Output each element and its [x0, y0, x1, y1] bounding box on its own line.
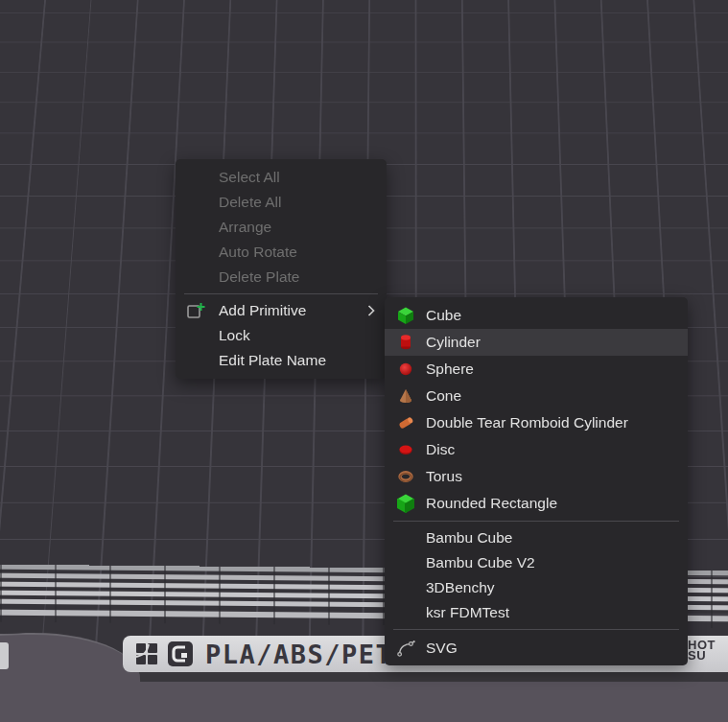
submenu-item-label: 3DBenchy [426, 579, 495, 596]
plate-badge-icon [167, 640, 194, 667]
svg-bezier-icon [396, 639, 415, 658]
add-primitive-submenu: Cube Cylinder Sphere [385, 297, 688, 665]
menu-item-label: Edit Plate Name [219, 352, 326, 369]
submenu-item-disc[interactable]: Disc [385, 436, 688, 463]
submenu-item-label: Double Tear Romboid Cylinder [426, 414, 628, 431]
viewport-floor [0, 682, 728, 722]
menu-item-add-primitive[interactable]: Add Primitive [176, 298, 387, 323]
submenu-item-label: Cube [426, 307, 461, 324]
disc-icon [396, 440, 415, 459]
submenu-item-3dbenchy[interactable]: 3DBenchy [385, 575, 688, 600]
torus-icon [396, 467, 415, 486]
cylinder-icon [396, 333, 415, 352]
viewport-3d[interactable]: PLA/ABS/PETG HOT SU Select All Delete Al… [0, 0, 728, 722]
menu-item-label: Delete All [219, 194, 281, 211]
menu-item-label: Add Primitive [219, 302, 306, 319]
menu-item-arrange[interactable]: Arrange [176, 215, 387, 240]
submenu-item-bambu-cube[interactable]: Bambu Cube [385, 525, 688, 550]
submenu-item-label: ksr FDMTest [426, 604, 509, 621]
submenu-item-rounded-rectangle[interactable]: Rounded Rectangle [385, 490, 688, 517]
submenu-item-label: Bambu Cube V2 [426, 554, 535, 571]
submenu-item-cylinder[interactable]: Cylinder [385, 329, 688, 356]
submenu-item-label: Disc [426, 441, 455, 458]
cube-icon [396, 306, 415, 325]
menu-separator [184, 293, 378, 294]
submenu-item-torus[interactable]: Torus [385, 463, 688, 490]
menu-item-label: Arrange [219, 219, 271, 236]
menu-item-lock[interactable]: Lock [176, 323, 387, 348]
submenu-item-cube[interactable]: Cube [385, 302, 688, 329]
plate-context-menu: Select All Delete All Arrange Auto Rotat… [176, 159, 387, 379]
menu-item-label: Lock [219, 327, 250, 344]
add-primitive-icon [185, 300, 206, 321]
submenu-item-double-tear-romboid-cylinder[interactable]: Double Tear Romboid Cylinder [385, 409, 688, 436]
sphere-icon [396, 360, 415, 379]
menu-item-select-all[interactable]: Select All [176, 165, 387, 190]
submenu-separator [393, 521, 679, 522]
submenu-item-label: SVG [426, 640, 458, 657]
submenu-item-svg[interactable]: SVG [385, 634, 688, 663]
menu-item-label: Delete Plate [219, 268, 299, 286]
cone-icon [396, 386, 415, 406]
menu-item-delete-all[interactable]: Delete All [176, 190, 387, 215]
submenu-item-label: Rounded Rectangle [426, 495, 557, 512]
plate-name-label: PLA/ABS/PETG [205, 640, 410, 668]
menu-item-auto-rotate[interactable]: Auto Rotate [176, 240, 387, 265]
chevron-right-icon [367, 305, 375, 317]
menu-item-edit-plate-name[interactable]: Edit Plate Name [176, 348, 387, 373]
submenu-item-cone[interactable]: Cone [385, 383, 688, 409]
submenu-separator [393, 629, 679, 630]
submenu-item-label: Cone [426, 387, 461, 405]
rounded-rectangle-icon [396, 494, 415, 513]
bambu-swirl-icon [134, 641, 159, 666]
menu-item-label: Auto Rotate [219, 244, 297, 261]
submenu-item-label: Bambu Cube [426, 529, 512, 547]
submenu-item-sphere[interactable]: Sphere [385, 356, 688, 383]
double-tear-romboid-cylinder-icon [396, 413, 415, 432]
submenu-item-label: Cylinder [426, 334, 481, 351]
submenu-item-label: Sphere [426, 361, 474, 378]
submenu-item-label: Torus [426, 468, 462, 485]
submenu-item-ksr-fdmtest[interactable]: ksr FDMTest [385, 600, 688, 625]
submenu-item-bambu-cube-v2[interactable]: Bambu Cube V2 [385, 550, 688, 575]
menu-item-label: Select All [219, 169, 280, 186]
menu-item-delete-plate[interactable]: Delete Plate [176, 265, 387, 290]
plate-strip-end [0, 642, 9, 669]
